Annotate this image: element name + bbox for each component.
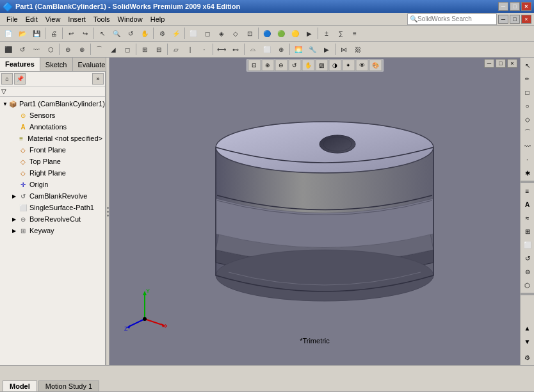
tree-item-sensors[interactable]: ▶ ⊙ Sensors — [1, 110, 104, 121]
search-input[interactable] — [417, 15, 494, 22]
save-button[interactable]: 💾 — [29, 26, 44, 40]
vp-close[interactable]: × — [507, 59, 517, 68]
fillet-button[interactable]: ⌒ — [92, 42, 106, 56]
menu-edit[interactable]: Edit — [22, 15, 42, 24]
tree-item-right-plane[interactable]: ▶ ◇ Right Plane — [1, 167, 104, 179]
rp-list[interactable]: ≡ — [521, 184, 534, 197]
menu-close-btn[interactable]: × — [521, 15, 531, 24]
menu-view[interactable]: View — [42, 15, 65, 24]
tb-btn-8[interactable]: 🟡 — [288, 26, 302, 40]
rotate-button[interactable]: ↺ — [124, 26, 138, 40]
tb-btn-4[interactable]: ◇ — [229, 26, 243, 40]
chamfer-button[interactable]: ◢ — [106, 42, 120, 56]
tb-btn-3[interactable]: ◈ — [214, 26, 229, 40]
macro-button[interactable]: ▶ — [320, 42, 334, 56]
vp-maximize[interactable]: □ — [496, 59, 506, 68]
tree-item-annotations[interactable]: ▶ A Annotations — [1, 121, 104, 133]
maximize-button[interactable]: □ — [510, 2, 520, 11]
vp-zoom-in[interactable]: ⊕ — [261, 60, 274, 71]
print-button[interactable]: 🖨 — [47, 26, 61, 40]
tab-sketch[interactable]: Sketch — [40, 58, 73, 71]
vp-minimize[interactable]: ─ — [484, 59, 494, 68]
snap-button[interactable]: ⋈ — [337, 42, 351, 56]
tree-item-top-plane[interactable]: ▶ ◇ Top Plane — [1, 156, 104, 167]
rp-hex[interactable]: ⬡ — [521, 279, 534, 291]
rp-down[interactable]: ▼ — [521, 335, 534, 348]
viewport[interactable]: ⊡ ⊕ ⊖ ↺ ✋ ▨ ◑ ✦ 👁 🎨 ─ □ × — [109, 58, 520, 365]
menu-tools[interactable]: Tools — [90, 15, 114, 24]
tb-btn-7[interactable]: 🟢 — [274, 26, 288, 40]
rp-revolve3[interactable]: ↺ — [521, 252, 534, 265]
tb-btn-6[interactable]: 🔵 — [260, 26, 274, 40]
rebuild-button[interactable]: ⚡ — [169, 26, 183, 40]
undo-button[interactable]: ↩ — [64, 26, 78, 40]
rp-grid[interactable]: ⊞ — [521, 225, 534, 238]
tree-item-origin[interactable]: ▶ ✛ Origin — [1, 179, 104, 190]
ref-axis-button[interactable]: | — [183, 42, 197, 56]
tb-btn-9[interactable]: ▶ — [302, 26, 316, 40]
smart-dim-button[interactable]: ⟷ — [214, 42, 229, 56]
open-button[interactable]: 📂 — [15, 26, 29, 40]
extrude-button[interactable]: ⬛ — [1, 42, 15, 56]
surface-button[interactable]: ⬜ — [260, 42, 274, 56]
tree-item-camblank-revolve[interactable]: ▶ ↺ CamBlankRevolve — [1, 190, 104, 202]
rp-diamond[interactable]: ◇ — [521, 113, 534, 126]
tree-item-front-plane[interactable]: ▶ ◇ Front Plane — [1, 144, 104, 156]
menu-window[interactable]: Window — [114, 15, 147, 24]
keyway-expand[interactable]: ▶ — [10, 227, 18, 234]
minimize-button[interactable]: ─ — [498, 2, 508, 11]
rp-circle[interactable]: ○ — [521, 99, 534, 112]
close-button[interactable]: × — [521, 2, 531, 11]
tb-btn-5[interactable]: ⊡ — [243, 26, 257, 40]
menu-maximize-btn[interactable]: □ — [510, 15, 520, 24]
rp-sketch[interactable]: ✏ — [521, 72, 534, 85]
menu-help[interactable]: Help — [147, 15, 169, 24]
weldment-button[interactable]: ⊕ — [274, 42, 288, 56]
tree-item-keyway[interactable]: ▶ ⊞ Keyway — [1, 225, 104, 236]
tab-model[interactable]: Model — [3, 380, 37, 391]
rp-arc[interactable]: ⌒ — [521, 126, 534, 139]
ref-plane-button[interactable]: ▱ — [169, 42, 183, 56]
tree-btn-house[interactable]: ⌂ — [1, 73, 13, 85]
vp-display[interactable]: ◑ — [328, 60, 341, 71]
rp-cursor[interactable]: ↖ — [521, 59, 534, 72]
revolve2-button[interactable]: ↺ — [15, 42, 29, 56]
vp-section[interactable]: ▨ — [315, 60, 328, 71]
pan-button[interactable]: ✋ — [138, 26, 152, 40]
vp-appearance[interactable]: 🎨 — [369, 60, 382, 71]
tree-btn-expand[interactable]: » — [92, 73, 104, 85]
tree-item-single-surface[interactable]: ▶ ⬜ SingleSurface-Path1 — [1, 202, 104, 213]
loft-button[interactable]: ⬡ — [44, 42, 58, 56]
rp-up[interactable]: ▲ — [521, 322, 534, 334]
rp-text[interactable]: A — [521, 198, 534, 211]
root-expand-arrow[interactable]: ▼ — [3, 100, 8, 108]
rp-config[interactable]: ⚙ — [521, 351, 534, 364]
sweep-button[interactable]: 〰 — [29, 42, 44, 56]
new-button[interactable]: 📄 — [1, 26, 15, 40]
rp-cut[interactable]: ⊖ — [521, 265, 534, 278]
tab-features[interactable]: Features — [0, 58, 40, 71]
vp-hide[interactable]: 👁 — [355, 60, 368, 71]
redo-button[interactable]: ↪ — [78, 26, 92, 40]
rp-star[interactable]: ✱ — [521, 167, 534, 179]
tb-btn-2[interactable]: ◻ — [200, 26, 214, 40]
tree-root[interactable]: ▼ 📦 Part1 (CamBlankCylinder1) — [1, 98, 104, 110]
rp-surface2[interactable]: ⬜ — [521, 238, 534, 251]
vp-zoom-out[interactable]: ⊖ — [275, 60, 287, 71]
rp-wave[interactable]: ≈ — [521, 211, 534, 224]
rp-spline[interactable]: 〰 — [521, 140, 534, 152]
camblank-expand[interactable]: ▶ — [10, 192, 18, 200]
relations-button[interactable]: ⊷ — [229, 42, 243, 56]
tb-btn-12[interactable]: ≡ — [348, 26, 362, 40]
curve-button[interactable]: ⌓ — [246, 42, 260, 56]
vp-lighting[interactable]: ✦ — [342, 60, 355, 71]
tb-btn-1[interactable]: ⬜ — [186, 26, 200, 40]
tb-btn-11[interactable]: ∑ — [334, 26, 348, 40]
rp-point[interactable]: · — [521, 153, 534, 166]
shell-button[interactable]: ◻ — [120, 42, 134, 56]
tab-motion-study[interactable]: Motion Study 1 — [38, 380, 99, 391]
vp-zoom-fit[interactable]: ⊡ — [248, 60, 261, 71]
mirror-button[interactable]: ⊟ — [152, 42, 166, 56]
pattern-button[interactable]: ⊞ — [138, 42, 152, 56]
tree-item-bore-revolve[interactable]: ▶ ⊖ BoreRevolveCut — [1, 213, 104, 225]
